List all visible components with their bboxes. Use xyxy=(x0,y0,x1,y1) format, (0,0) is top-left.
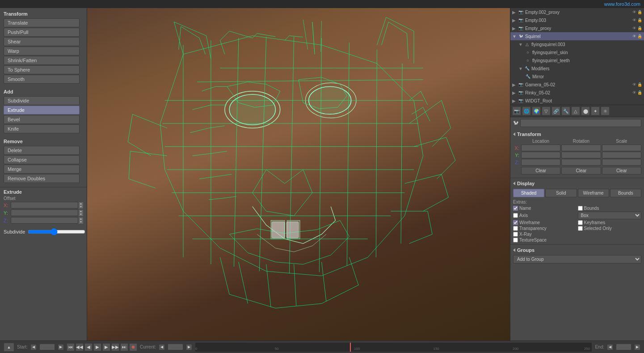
y-down-arrow[interactable]: ▼ xyxy=(79,213,83,216)
z-up-arrow[interactable]: ▲ xyxy=(79,217,83,221)
visibility-icon[interactable]: 👁 xyxy=(632,10,636,14)
viewport[interactable] xyxy=(87,8,510,340)
prev-keyframe-button[interactable]: ◀ xyxy=(84,343,93,351)
bounds-checkbox[interactable] xyxy=(578,206,583,211)
name-checkbox[interactable] xyxy=(513,206,518,211)
merge-button[interactable]: Merge xyxy=(4,165,80,174)
box-dropdown[interactable]: Box Sphere Cylinder xyxy=(578,212,642,219)
outliner-item-widgt[interactable]: ▶ 📷 WIDGT_Root xyxy=(510,97,644,105)
end-up[interactable]: ▶ xyxy=(634,344,640,350)
record-button[interactable]: ⏺ xyxy=(129,343,137,351)
smooth-button[interactable]: Smooth xyxy=(4,75,80,84)
scale-z-input[interactable]: 1.00 xyxy=(602,159,641,166)
rot-z-input[interactable]: 90° xyxy=(561,159,601,166)
z-down-arrow[interactable]: ▼ xyxy=(79,221,83,224)
y-input[interactable]: 0.00 xyxy=(11,209,78,216)
outliner-item-squirrel[interactable]: ▼ 🐿 Squirrel 👁 🔒 xyxy=(510,32,644,40)
modifier-icon[interactable]: 🔧 xyxy=(561,106,570,115)
name-input[interactable]: Squirrel xyxy=(520,119,641,127)
removedoubles-button[interactable]: Remove Doubles xyxy=(4,174,80,183)
next-frame-button[interactable]: ▶▶ xyxy=(111,343,119,351)
current-frame-input[interactable]: 99 xyxy=(168,344,183,350)
jump-start-button[interactable]: ⏮ xyxy=(67,343,75,351)
xray-checkbox[interactable] xyxy=(513,232,518,237)
lock-icon[interactable]: 🔒 xyxy=(637,34,642,38)
knife-button[interactable]: Knife xyxy=(4,124,80,133)
keyframes-checkbox[interactable] xyxy=(578,220,583,225)
current-down[interactable]: ◀ xyxy=(159,344,165,350)
outliner-item-gamera[interactable]: ▶ 📷 Gamera_05-02 👁 🔒 xyxy=(510,81,644,89)
extrude-button[interactable]: Extrude xyxy=(4,106,80,115)
tosphere-button[interactable]: To Sphere xyxy=(4,65,80,74)
view-selector[interactable]: ▲ xyxy=(4,343,14,352)
loc-x-input[interactable]: 1.45 xyxy=(521,145,560,151)
outliner-item-flyingsquirrel003[interactable]: ▼ △ flyingsquirrel.003 xyxy=(510,40,644,48)
start-frame-input[interactable]: 1 xyxy=(39,344,55,350)
start-down[interactable]: ◀ xyxy=(30,344,37,350)
data-icon[interactable]: △ xyxy=(571,106,580,115)
x-down-arrow[interactable]: ▼ xyxy=(79,205,83,208)
texturespace-checkbox[interactable] xyxy=(513,238,518,242)
collapse-button[interactable]: Collapse xyxy=(4,155,80,164)
particles-icon[interactable]: ✦ xyxy=(591,106,600,115)
world-icon[interactable]: 🌍 xyxy=(532,106,541,115)
outliner-item-empty002[interactable]: ▶ 📷 Empty.002_proxy 👁 🔒 xyxy=(510,8,644,16)
z-input[interactable]: 5.89 xyxy=(11,217,78,224)
visibility-icon[interactable]: 👁 xyxy=(632,34,636,38)
outliner-item-rinky[interactable]: ▶ 📷 Rinky_05-02 👁 🔒 xyxy=(510,89,644,97)
shear-button[interactable]: Shear xyxy=(4,37,80,46)
subdivide-range[interactable] xyxy=(28,228,85,235)
bounds-button[interactable]: Bounds xyxy=(610,189,641,197)
subdivide-button[interactable]: Subdivide xyxy=(4,96,80,105)
rot-y-input[interactable]: 0° xyxy=(561,152,601,158)
physics-icon[interactable]: ⚛ xyxy=(601,106,610,115)
next-keyframe-button[interactable]: ▶ xyxy=(102,343,110,351)
x-input[interactable]: 18.00 xyxy=(11,202,78,208)
outliner-item-teeth[interactable]: ○ flyingsquirrel_teeth xyxy=(510,56,644,64)
transparency-checkbox[interactable] xyxy=(513,226,518,231)
delete-button[interactable]: Delete xyxy=(4,146,80,155)
lock-icon[interactable]: 🔒 xyxy=(637,26,642,30)
outliner-item-modifiers[interactable]: ▼ 🔧 Modifiers xyxy=(510,64,644,72)
visibility-icon[interactable]: 👁 xyxy=(632,18,636,22)
end-down[interactable]: ◀ xyxy=(607,344,613,350)
outliner-item-mirror[interactable]: 🔧 Mirror xyxy=(510,72,644,81)
shrinkfatten-button[interactable]: Shrink/Fatten xyxy=(4,56,80,65)
solid-button[interactable]: Solid xyxy=(545,189,577,197)
clear-scale-button[interactable]: Clear xyxy=(602,167,641,174)
scale-x-input[interactable]: 1.00 xyxy=(602,145,641,151)
end-frame-input[interactable]: 166 xyxy=(616,344,631,350)
x-up-arrow[interactable]: ▲ xyxy=(79,202,83,205)
rot-x-input[interactable]: 45° xyxy=(561,145,601,151)
outliner-item-skin[interactable]: ○ flyingsquirrel_skin xyxy=(510,48,644,56)
current-up[interactable]: ▶ xyxy=(186,344,192,350)
play-button[interactable]: ▶ xyxy=(93,343,101,351)
add-to-group-dropdown[interactable]: Add to Group xyxy=(513,255,641,264)
shaded-button[interactable]: Shaded xyxy=(513,189,544,197)
selectedonly-checkbox[interactable] xyxy=(578,226,583,231)
lock-icon[interactable]: 🔒 xyxy=(637,18,642,22)
start-up[interactable]: ▶ xyxy=(58,344,64,350)
wireframe-button[interactable]: Wireframe xyxy=(578,189,609,197)
outliner-item-empty003[interactable]: ▶ 📷 Empty.003 👁 🔒 xyxy=(510,16,644,24)
lock-icon[interactable]: 🔒 xyxy=(637,10,642,14)
jump-end-button[interactable]: ⏭ xyxy=(120,343,128,351)
time-ruler[interactable]: 0 50 100 150 200 250 xyxy=(195,342,592,352)
wireframe-checkbox[interactable] xyxy=(513,220,518,225)
lock-icon[interactable]: 🔒 xyxy=(637,90,642,95)
bevel-button[interactable]: Bevel xyxy=(4,115,80,124)
axis-checkbox[interactable] xyxy=(513,213,518,218)
outliner-item-emptyproxy[interactable]: ▶ 📷 Empty_proxy 👁 🔒 xyxy=(510,24,644,32)
material-icon[interactable]: ⬤ xyxy=(581,106,590,115)
prev-frame-button[interactable]: ◀◀ xyxy=(76,343,84,351)
render-icon[interactable]: 📷 xyxy=(512,106,521,115)
clear-rot-button[interactable]: Clear xyxy=(561,167,601,174)
constraints-icon[interactable]: 🔗 xyxy=(551,106,560,115)
visibility-icon[interactable]: 👁 xyxy=(632,26,636,30)
scale-y-input[interactable]: 1.00 xyxy=(602,152,641,158)
warp-button[interactable]: Warp xyxy=(4,47,80,55)
visibility-icon[interactable]: 👁 xyxy=(632,82,636,87)
object-icon-btn[interactable]: ▽ xyxy=(542,106,551,115)
scene-icon[interactable]: 🌐 xyxy=(522,106,531,115)
y-up-arrow[interactable]: ▲ xyxy=(79,210,83,213)
